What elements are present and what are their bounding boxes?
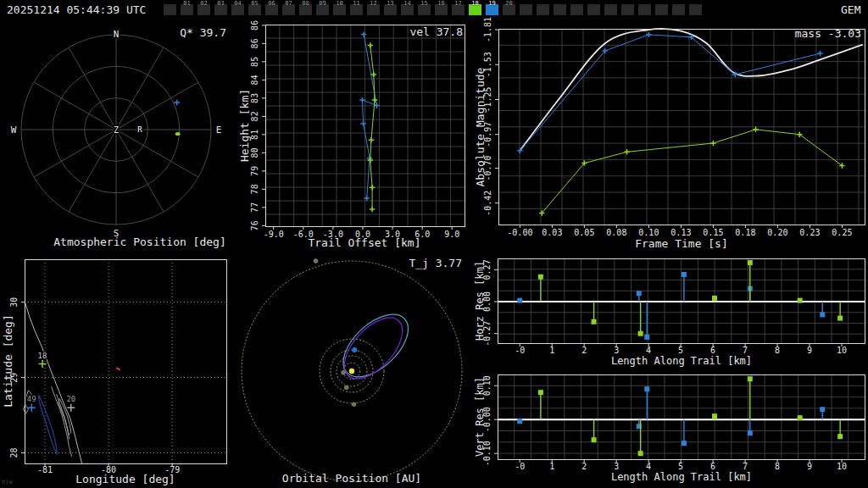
svg-text:9: 9 [807,346,812,355]
svg-text:86: 86 [250,20,259,30]
svg-text:28: 28 [9,448,19,458]
svg-text:0.08: 0.08 [606,228,626,237]
svg-text:0.23: 0.23 [799,228,820,237]
longitude-xlabel: Longitude [deg] [41,474,210,485]
svg-text:10: 10 [837,346,847,355]
svg-text:20: 20 [66,395,75,403]
svg-text:0.15: 0.15 [703,228,723,237]
latitude-ylabel: Latitude [deg] [3,302,14,420]
height-ylabel: Height [km] [239,75,251,176]
tisserand-value: T_j 3.77 [360,258,462,269]
orbital-position-plot [242,258,462,481]
svg-text:1: 1 [549,346,554,355]
mass-value: mass -3.03 [709,28,861,40]
svg-text:76: 76 [250,220,259,230]
svg-text:-0: -0 [515,462,525,471]
trail-offset-xlabel: Trail Offset [km] [280,237,449,249]
svg-text:10: 10 [837,462,847,471]
svg-text:Z: Z [114,125,119,135]
svg-text:0.18: 0.18 [735,228,755,237]
svg-text:2: 2 [581,346,587,355]
svg-text:3: 3 [614,346,619,355]
frame-time-xlabel: Frame Time [s] [595,238,768,250]
vert-res-plot: -0123456789100.10-0.00-0.10 [482,374,865,471]
svg-text:49: 49 [27,395,36,403]
svg-text:0.10: 0.10 [638,228,659,237]
svg-text:5: 5 [678,462,683,471]
light-curve-plot: -0.000.030.050.080.100.130.150.180.200.2… [483,17,865,237]
svg-text:9: 9 [807,462,812,471]
svg-text:2: 2 [581,462,587,471]
svg-text:-0: -0 [515,346,525,355]
svg-text:7: 7 [743,462,748,471]
svg-text:85: 85 [250,57,259,67]
horz-res-plot: -0123456789100.270.00-0.27 [482,258,865,355]
svg-text:82: 82 [250,111,259,121]
absolute-magnitude-ylabel: Absolute Magnitude [475,59,487,195]
svg-text:6: 6 [710,462,715,471]
horz-res-xlabel: Length Along Trail [km] [595,355,768,367]
svg-text:7: 7 [743,346,748,355]
meteor-analysis-screen: 20251214 05:44:39 UTC 010203040506070809… [0,0,868,488]
svg-text:0.20: 0.20 [767,228,787,237]
watermark: njw [2,479,13,485]
svg-text:80: 80 [250,147,259,158]
orbital-position-caption: Orbital Position [AU] [265,473,438,485]
svg-text:R: R [137,125,142,134]
svg-text:6: 6 [710,346,715,355]
svg-text:W: W [11,125,17,136]
svg-text:79: 79 [250,166,259,176]
svg-text:8: 8 [775,462,780,471]
svg-text:4: 4 [646,462,651,471]
svg-text:18: 18 [38,352,47,360]
svg-text:83: 83 [250,93,259,103]
horz-res-ylabel: Horz Res [km] [474,246,486,356]
svg-text:0.03: 0.03 [542,228,562,237]
svg-text:8: 8 [775,346,780,355]
vert-res-xlabel: Length Along Trail [km] [595,471,768,483]
svg-text:77: 77 [250,202,259,213]
q-star-value: Q* 39.7 [125,27,226,39]
svg-text:4: 4 [646,346,651,355]
svg-text:0.13: 0.13 [670,228,691,237]
svg-text:-1.81: -1.81 [483,17,492,42]
svg-text:-0.00: -0.00 [507,228,532,237]
vert-res-ylabel: Vert Res [km] [474,362,486,472]
svg-text:86: 86 [250,38,259,48]
svg-text:N: N [114,29,120,40]
svg-text:3: 3 [614,462,619,471]
svg-text:1: 1 [549,462,554,471]
svg-text:78: 78 [250,184,259,194]
svg-text:0.25: 0.25 [832,228,852,237]
svg-text:81: 81 [250,130,259,140]
svg-text:84: 84 [250,75,259,85]
atmospheric-position-plot: NESWZR [11,29,222,239]
svg-text:5: 5 [678,346,683,355]
velocity-value: vel 37.8 [363,26,463,38]
svg-text:E: E [216,125,222,136]
svg-text:0.05: 0.05 [574,228,594,237]
trail-offset-plot: -9.0-6.0-3.00.03.06.09.08686858483828180… [250,20,465,239]
atmospheric-position-caption: Atmospheric Position [deg] [21,236,259,248]
ground-map-plot: 184920-81-80-79282930 [9,259,227,474]
